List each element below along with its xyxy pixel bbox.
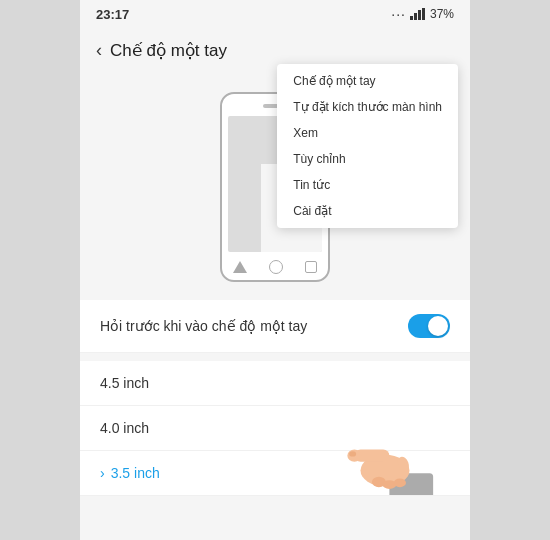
settings-section: Hỏi trước khi vào chế độ một tay xyxy=(80,300,470,353)
size-row-2[interactable]: › 3.5 inch xyxy=(80,451,470,496)
svg-rect-1 xyxy=(414,13,417,20)
svg-rect-2 xyxy=(418,10,421,20)
header: ‹ Chế độ một tay Chế độ một tay Tự đặt k… xyxy=(80,28,470,72)
phone-home-icon xyxy=(269,260,283,274)
page-title: Chế độ một tay xyxy=(110,40,227,61)
phone-recents-icon xyxy=(305,261,317,273)
svg-rect-0 xyxy=(410,16,413,20)
active-size-arrow: › xyxy=(100,465,105,481)
hand-illustration xyxy=(330,425,440,495)
size-options-section: 4.5 inch 4.0 inch › 3.5 inch xyxy=(80,361,470,496)
status-icons: ··· 37% xyxy=(391,6,454,22)
toggle-label: Hỏi trước khi vào chế độ một tay xyxy=(100,318,307,334)
back-button[interactable]: ‹ xyxy=(96,40,102,61)
status-dots: ··· xyxy=(391,6,406,22)
phone-back-icon xyxy=(233,261,247,273)
size-row-0[interactable]: 4.5 inch xyxy=(80,361,470,406)
phone-nav-bar xyxy=(222,260,328,274)
svg-point-10 xyxy=(394,478,406,487)
size-label-2: 3.5 inch xyxy=(111,465,160,481)
size-label-0: 4.5 inch xyxy=(100,375,149,391)
dropdown-item-4[interactable]: Tin tức xyxy=(277,172,458,198)
dropdown-item-3[interactable]: Tùy chỉnh xyxy=(277,146,458,172)
dropdown-item-5[interactable]: Cài đặt xyxy=(277,198,458,224)
status-battery: 37% xyxy=(430,7,454,21)
dropdown-item-0[interactable]: Chế độ một tay xyxy=(277,68,458,94)
dropdown-menu: Chế độ một tay Tự đặt kích thước màn hìn… xyxy=(277,64,458,228)
dropdown-item-2[interactable]: Xem xyxy=(277,120,458,146)
status-bar: 23:17 ··· 37% xyxy=(80,0,470,28)
toggle-switch[interactable] xyxy=(408,314,450,338)
signal-icon xyxy=(410,8,426,20)
svg-rect-3 xyxy=(422,8,425,20)
status-time: 23:17 xyxy=(96,7,129,22)
phone-screen: 23:17 ··· 37% ‹ Chế độ một tay Chế độ mộ… xyxy=(80,0,470,540)
toggle-row[interactable]: Hỏi trước khi vào chế độ một tay xyxy=(80,300,470,353)
dropdown-item-1[interactable]: Tự đặt kích thước màn hình xyxy=(277,94,458,120)
size-label-1: 4.0 inch xyxy=(100,420,149,436)
toggle-knob xyxy=(428,316,448,336)
svg-point-12 xyxy=(349,451,356,456)
